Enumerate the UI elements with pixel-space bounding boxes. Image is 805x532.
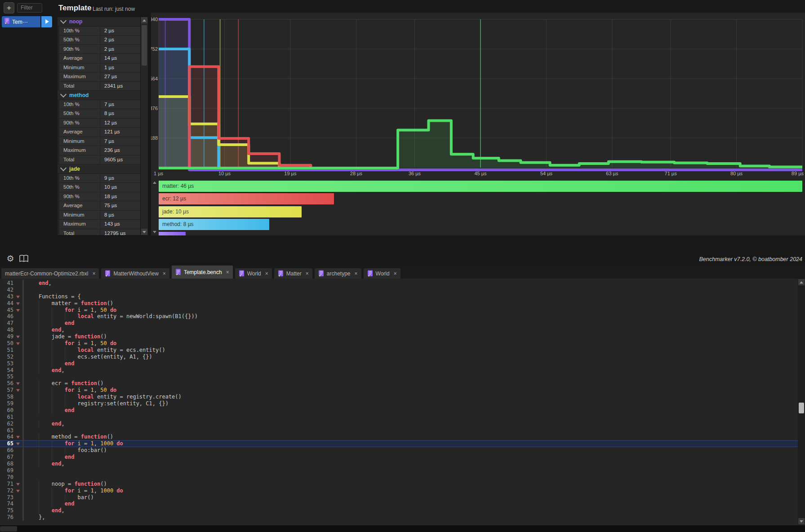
code-line-75[interactable]: 75 end, [0, 507, 798, 514]
tab-close-icon[interactable]: × [265, 270, 268, 277]
code-line-74[interactable]: 74 end [0, 501, 798, 507]
line-number: 74 [0, 501, 13, 507]
fold-arrow-icon[interactable] [13, 307, 22, 314]
code-line-51[interactable]: 51 local entity = ecs.entity() [0, 347, 798, 354]
code-line-54[interactable]: 54 end, [0, 367, 798, 374]
code-line-69[interactable]: 69 [0, 467, 798, 474]
code-line-70[interactable]: 70 [0, 474, 798, 481]
code-line-46[interactable]: 46 local entity = newWorld:spawn(B1({})) [0, 313, 798, 320]
filter-input[interactable]: Filter [17, 3, 42, 13]
tab-close-icon[interactable]: × [92, 270, 95, 277]
fold-arrow-icon[interactable] [13, 387, 22, 394]
editor-vscroll-thumb[interactable] [799, 403, 804, 413]
code-line-44[interactable]: 44 matter = function() [0, 300, 798, 307]
code-line-47[interactable]: 47 end [0, 320, 798, 327]
fold-arrow-icon[interactable] [13, 300, 22, 307]
legend-scroll-down-icon[interactable] [153, 231, 156, 233]
stats-scroll-up-button[interactable] [141, 17, 147, 23]
tab-matterwithoutview[interactable]: MatterWithoutView× [101, 268, 169, 279]
code-line-43[interactable]: 43 Functions = { [0, 293, 798, 300]
stats-row-jade-maximum: Maximum143 µs [59, 220, 140, 229]
tab-matterecr-common-optimize2-rbxl[interactable]: matterEcr-Common-Optimize2.rbxl× [1, 268, 99, 279]
stats-section-header-method[interactable]: method [58, 91, 140, 100]
editor-horizontal-scrollbar[interactable] [0, 525, 805, 532]
stat-value: 10 µs [100, 183, 140, 192]
fold-arrow-icon[interactable] [13, 488, 22, 494]
tab-close-icon[interactable]: × [355, 270, 358, 277]
legend-bar-ecr[interactable]: ecr: 12 µs [159, 193, 334, 204]
code-line-49[interactable]: 49 jade = function() [0, 333, 798, 340]
legend-bar-jade[interactable]: jade: 10 µs [159, 206, 302, 217]
tab-close-icon[interactable]: × [306, 270, 309, 277]
stats-scroll-down-button[interactable] [141, 229, 147, 235]
tab-close-icon[interactable]: × [226, 269, 229, 275]
tab-world[interactable]: World× [364, 268, 400, 279]
x-tick-label: 71 µs [665, 171, 677, 176]
fold-arrow-icon[interactable] [13, 481, 22, 488]
code-line-62[interactable]: 62 end, [0, 421, 798, 427]
code-line-73[interactable]: 73 bar() [0, 494, 798, 501]
editor-scroll-down-button[interactable] [798, 518, 805, 524]
code-line-57[interactable]: 57 for i = 1, 50 do [0, 387, 798, 394]
stat-value: 75 µs [100, 201, 140, 210]
code-line-71[interactable]: 71 noop = function() [0, 481, 798, 488]
editor-scroll-up-button[interactable] [798, 279, 805, 285]
fold-arrow-icon[interactable] [13, 340, 22, 347]
fold-arrow-icon[interactable] [13, 434, 22, 440]
legend-bar-noop[interactable] [159, 232, 186, 235]
tab-template-bench[interactable]: Template.bench× [172, 266, 233, 279]
fold-arrow-icon[interactable] [13, 333, 22, 340]
code-line-66[interactable]: 66 foo:bar() [0, 447, 798, 454]
code-line-60[interactable]: 60 end [0, 407, 798, 414]
code-line-72[interactable]: 72 for i = 1, 1000 do [0, 488, 798, 494]
legend-bar-matter[interactable]: matter: 46 µs [159, 181, 802, 192]
tab-world[interactable]: World× [235, 268, 272, 279]
indent-guide [39, 440, 39, 447]
code-line-59[interactable]: 59 registry:set(entity, C1, {}) [0, 400, 798, 407]
code-line-52[interactable]: 52 ecs.set(entity, A1, {}) [0, 354, 798, 360]
code-line-42[interactable]: 42 [0, 287, 798, 293]
stat-label: 50th % [59, 35, 100, 44]
code-line-45[interactable]: 45 for i = 1, 50 do [0, 307, 798, 314]
run-benchmark-button[interactable] [41, 16, 52, 27]
line-number: 50 [0, 340, 13, 347]
tab-close-icon[interactable]: × [163, 270, 166, 277]
tab-close-icon[interactable]: × [394, 270, 397, 277]
stat-value: 14 µs [100, 54, 140, 63]
fold-arrow-icon[interactable] [13, 380, 22, 387]
tab-archetype[interactable]: archetype× [315, 268, 361, 279]
code-line-53[interactable]: 53 end [0, 360, 798, 367]
sidebar-item-template-bench[interactable]: Tem··· [2, 16, 40, 27]
stats-scrollbar-thumb[interactable] [142, 25, 147, 66]
stats-section-header-noop[interactable]: noop [58, 17, 140, 27]
code-line-67[interactable]: 67 end [0, 454, 798, 461]
fold-arrow-icon[interactable] [13, 293, 22, 300]
code-line-41[interactable]: 41 end, [0, 280, 798, 287]
legend-bar-method[interactable]: method: 8 µs [159, 219, 269, 230]
settings-gear-icon[interactable]: ⚙ [5, 254, 15, 264]
code-line-63[interactable]: 63 [0, 427, 798, 434]
add-benchmark-button[interactable]: + [4, 2, 14, 13]
code-line-76[interactable]: 76 }, [0, 514, 798, 521]
code-line-64[interactable]: 64 method = function() [0, 434, 798, 440]
code-line-58[interactable]: 58 local entity = registry.create() [0, 394, 798, 400]
editor-hscroll-thumb[interactable] [0, 526, 17, 532]
stats-row-method-90th: 90th %12 µs [59, 119, 140, 128]
editor-vertical-scrollbar[interactable] [798, 279, 805, 525]
stats-scrollbar[interactable] [141, 17, 148, 235]
code-text: end [22, 320, 798, 327]
indent-guide [52, 501, 52, 507]
code-editor[interactable]: 41 end,4243 Functions = {44 matter = fun… [0, 279, 798, 526]
code-line-50[interactable]: 50 for i = 1, 50 do [0, 340, 798, 347]
fold-arrow-icon[interactable] [13, 440, 22, 447]
code-line-56[interactable]: 56 ecr = function() [0, 380, 798, 387]
code-line-65[interactable]: 65 for i = 1, 1000 do [0, 440, 798, 447]
code-line-55[interactable]: 55 [0, 373, 798, 380]
tab-matter[interactable]: Matter× [274, 268, 312, 279]
code-line-61[interactable]: 61 [0, 414, 798, 421]
docs-book-icon[interactable] [19, 254, 29, 263]
code-line-68[interactable]: 68 end, [0, 461, 798, 467]
code-line-48[interactable]: 48 end, [0, 327, 798, 333]
stats-section-header-jade[interactable]: jade [58, 164, 140, 174]
legend-scroll-up-icon[interactable] [153, 182, 156, 184]
